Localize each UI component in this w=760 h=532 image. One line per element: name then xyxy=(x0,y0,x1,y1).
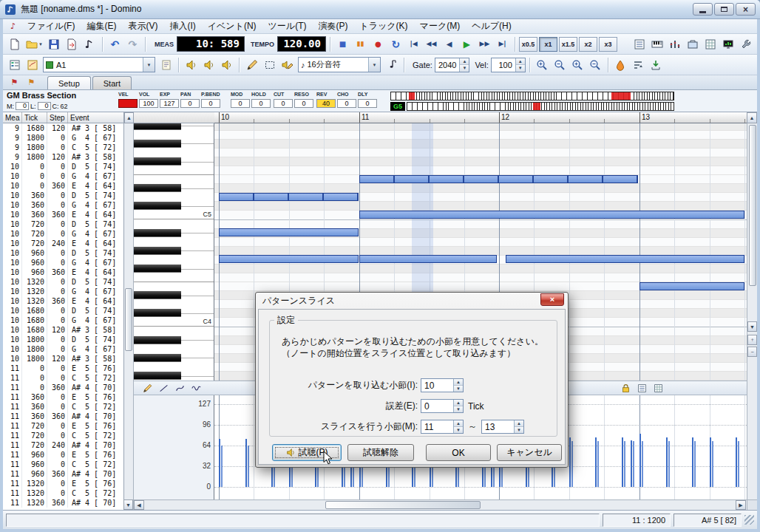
minimize-button[interactable] xyxy=(693,3,713,16)
track-memo-button[interactable] xyxy=(157,56,174,73)
paint-velocity-button[interactable] xyxy=(612,56,629,73)
event-filter-button[interactable] xyxy=(630,56,647,73)
cc-cho-value[interactable]: 0 xyxy=(337,99,356,108)
velocity-pen-button[interactable] xyxy=(140,382,155,395)
event-row[interactable]: 119600E 5 [ 76] xyxy=(3,450,123,460)
event-row[interactable]: 119600C 5 [ 72] xyxy=(3,460,123,469)
event-row[interactable]: 918000G 4 [ 67] xyxy=(3,133,123,143)
cc-pbend-value[interactable]: 0 xyxy=(201,99,220,108)
slice-from-spin-buttons[interactable]: ▲▼ xyxy=(453,420,463,433)
marker-flag-button[interactable]: ⚑ xyxy=(23,74,40,91)
cc-rev-value[interactable]: 40 xyxy=(316,99,336,108)
pen-tool-button[interactable] xyxy=(243,56,260,73)
event-row[interactable]: 117200E 5 [ 76] xyxy=(3,421,123,431)
piano-key-black[interactable] xyxy=(134,291,181,299)
zoom-x3-button[interactable]: x3 xyxy=(599,37,617,52)
event-row[interactable]: 113600C 5 [ 72] xyxy=(3,402,123,412)
settings-button[interactable] xyxy=(737,35,754,52)
play-button[interactable]: ▶ xyxy=(458,35,475,52)
zoom-out-horizontal-button[interactable] xyxy=(587,56,604,73)
maximize-button[interactable] xyxy=(714,3,734,16)
error-input[interactable]: 0 ▲▼ xyxy=(421,399,464,413)
measure-ruler[interactable]: 10111213 xyxy=(214,112,747,123)
import-measure-spin-buttons[interactable]: ▲▼ xyxy=(453,379,463,392)
close-button[interactable]: × xyxy=(736,3,756,16)
cc-vol-value[interactable]: 100 xyxy=(139,99,158,108)
menu-item-6[interactable]: 演奏(P) xyxy=(312,18,353,34)
monitor-button[interactable] xyxy=(719,35,736,52)
event-row[interactable]: 11360360A# 4 [ 70] xyxy=(3,412,123,421)
piano-key-black[interactable] xyxy=(134,336,181,344)
ok-button[interactable]: OK xyxy=(426,444,491,461)
piano-key-black[interactable] xyxy=(134,157,181,166)
event-row[interactable]: 101320360E 4 [ 64] xyxy=(3,296,123,306)
preview-stop-button[interactable]: 試聴解除 xyxy=(347,444,414,461)
cc-exp-value[interactable]: 127 xyxy=(160,99,179,108)
event-row[interactable]: 111320360A# 4 [ 70] xyxy=(3,498,123,508)
note[interactable] xyxy=(359,255,497,263)
event-row[interactable]: 1016800D 5 [ 74] xyxy=(3,306,123,316)
scroll-right-button[interactable]: ▶ xyxy=(736,500,746,510)
tab-start[interactable]: Start xyxy=(92,76,132,89)
event-row[interactable]: 103600G 4 [ 67] xyxy=(3,200,123,210)
event-row[interactable]: 107200D 5 [ 74] xyxy=(3,219,123,229)
cc-list-button[interactable] xyxy=(634,382,650,395)
smf-play-button[interactable] xyxy=(81,35,98,52)
spin-down-icon[interactable]: ▼ xyxy=(460,65,469,72)
event-row[interactable]: 1000G 4 [ 67] xyxy=(3,171,123,181)
open-file-button[interactable]: ▼ xyxy=(24,35,45,52)
event-row[interactable]: 107200G 4 [ 67] xyxy=(3,229,123,239)
cc-cut-value[interactable]: 0 xyxy=(274,99,293,108)
event-row[interactable]: 101680120A# 3 [ 58] xyxy=(3,325,123,335)
dialog-close-button[interactable]: × xyxy=(540,293,564,306)
piano-roll-button[interactable] xyxy=(648,35,665,52)
event-row[interactable]: 1016800G 4 [ 67] xyxy=(3,316,123,325)
dialog-titlebar[interactable]: パターンスライス × xyxy=(256,293,568,309)
piano-keys[interactable]: C5C4 xyxy=(134,123,214,381)
zoom-x1.5-button[interactable]: x1.5 xyxy=(559,37,577,52)
vertical-scrollbar[interactable]: ▼ ＋ − xyxy=(747,123,757,499)
loop-button[interactable]: ↻ xyxy=(387,35,404,52)
event-row[interactable]: 101800120A# 3 [ 58] xyxy=(3,354,123,364)
tab-setup[interactable]: Setup xyxy=(47,76,91,89)
zoom-in-horizontal-button[interactable] xyxy=(569,56,586,73)
scrollbar-thumb[interactable] xyxy=(325,501,481,509)
event-row[interactable]: 10960360E 4 [ 64] xyxy=(3,267,123,277)
pause-button[interactable]: ▮▮ xyxy=(352,35,369,52)
event-row[interactable]: 1100E 5 [ 76] xyxy=(3,364,123,373)
menu-item-1[interactable]: 編集(E) xyxy=(81,18,122,34)
redo-button[interactable]: ↷ xyxy=(124,35,141,52)
roll-scroll-up-button[interactable]: ▲ xyxy=(747,112,757,123)
spin-down-icon[interactable]: ▼ xyxy=(454,386,463,392)
event-row[interactable]: 11720240A# 4 [ 70] xyxy=(3,440,123,450)
spin-up-icon[interactable]: ▲ xyxy=(515,420,523,427)
l-value[interactable]: 0 xyxy=(38,102,51,110)
cc-vel-value[interactable] xyxy=(118,99,138,108)
piano-key-black[interactable] xyxy=(134,265,181,273)
cc-mod-value[interactable]: 0 xyxy=(231,99,250,108)
zoom-x1-button[interactable]: x1 xyxy=(539,37,557,52)
cc-dly-value[interactable]: 0 xyxy=(358,99,377,108)
vel-spinner[interactable]: 100 ▲▼ xyxy=(491,58,526,72)
event-row[interactable]: 100360E 4 [ 64] xyxy=(3,181,123,191)
slice-from-input[interactable]: 11 ▲▼ xyxy=(421,420,464,434)
stop-button[interactable]: ■ xyxy=(334,35,351,52)
track-select-button[interactable] xyxy=(6,56,23,73)
menu-item-3[interactable]: 挿入(I) xyxy=(163,18,201,34)
vel-spin-buttons[interactable]: ▲▼ xyxy=(515,58,525,72)
roll-scroll-down-button[interactable]: ▼ xyxy=(747,321,757,332)
step-note-button[interactable] xyxy=(383,56,400,73)
event-row[interactable]: 117200C 5 [ 72] xyxy=(3,431,123,440)
note-length-selector[interactable]: ♪ 16分音符 ▼ xyxy=(298,57,381,72)
scrollbar-thumb[interactable] xyxy=(749,125,756,286)
velocity-wave-button[interactable] xyxy=(189,382,204,395)
horizontal-scrollbar[interactable]: ◀ ▶ xyxy=(134,499,747,510)
zoom-x2-button[interactable]: x2 xyxy=(579,37,597,52)
spin-up-icon[interactable]: ▲ xyxy=(460,58,469,66)
cc-pan-value[interactable]: 0 xyxy=(180,99,200,108)
piano-key-black[interactable] xyxy=(134,202,181,210)
chevron-down-icon[interactable]: ▼ xyxy=(368,58,380,72)
event-row[interactable]: 1013200G 4 [ 67] xyxy=(3,287,123,296)
scroll-left-button[interactable]: ◀ xyxy=(134,500,144,510)
event-row[interactable]: 110360A# 4 [ 70] xyxy=(3,383,123,392)
